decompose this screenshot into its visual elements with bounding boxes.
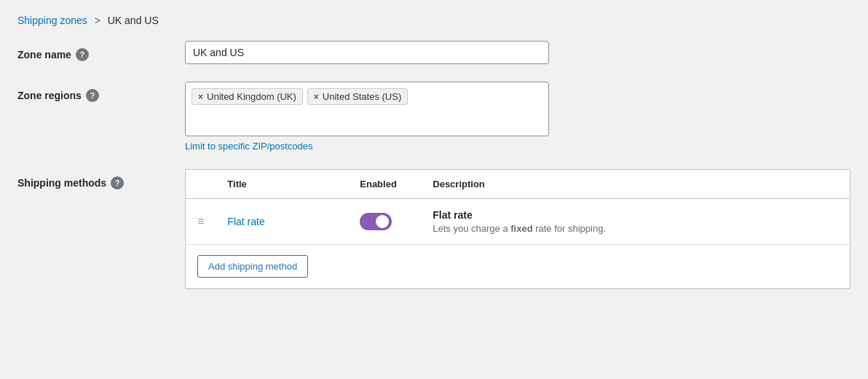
shipping-zones-link[interactable]: Shipping zones (17, 15, 87, 26)
shipping-methods-label: Shipping methods (17, 177, 106, 189)
method-title-link[interactable]: Flat rate (227, 216, 264, 227)
toggle-slider (360, 213, 392, 230)
region-remove-uk[interactable]: × (198, 93, 203, 101)
limit-postcodes-link[interactable]: Limit to specific ZIP/postcodes (185, 141, 851, 152)
col-drag-header (186, 170, 216, 199)
zone-name-label: Zone name (17, 49, 71, 60)
region-tag-uk: × United Kingdom (UK) (192, 88, 303, 105)
method-description-cell: Flat rate Lets you charge a fixed rate f… (421, 199, 850, 245)
drag-handle-cell: ≡ (186, 199, 216, 245)
zone-regions-box[interactable]: × United Kingdom (UK) × United States (U… (185, 82, 549, 136)
add-shipping-method-button[interactable]: Add shipping method (197, 255, 308, 278)
shipping-methods-help-icon[interactable]: ? (111, 176, 124, 190)
drag-icon[interactable]: ≡ (197, 215, 204, 227)
zone-regions-label-cell: Zone regions ? (17, 82, 185, 102)
zone-name-label-cell: Zone name ? (17, 41, 185, 61)
region-remove-us[interactable]: × (314, 93, 319, 101)
col-title-header: Title (216, 170, 348, 199)
methods-table-body: ≡ Flat rate (186, 199, 850, 289)
methods-table: Title Enabled Description ≡ Flat rate (186, 170, 850, 289)
zone-name-content (185, 41, 851, 64)
zone-name-row: Zone name ? (17, 41, 851, 64)
desc-highlight-fixed: fixed (510, 223, 532, 234)
col-description-header: Description (421, 170, 850, 199)
shipping-methods-label-cell: Shipping methods ? (17, 169, 185, 190)
zone-regions-content: × United Kingdom (UK) × United States (U… (185, 82, 851, 152)
method-enabled-toggle[interactable] (360, 213, 392, 230)
method-title-cell: Flat rate (216, 199, 348, 245)
shipping-methods-content: Title Enabled Description ≡ Flat rate (185, 169, 851, 289)
zone-regions-label: Zone regions (17, 90, 82, 101)
col-enabled-header: Enabled (348, 170, 421, 199)
table-row: ≡ Flat rate (186, 199, 850, 245)
breadcrumb-separator: > (95, 15, 100, 26)
breadcrumb: Shipping zones > UK and US (17, 15, 851, 26)
zone-name-input[interactable] (185, 41, 549, 64)
methods-table-head: Title Enabled Description (186, 170, 850, 199)
method-desc-title: Flat rate (433, 209, 838, 221)
method-enabled-cell (348, 199, 421, 245)
region-label-uk: United Kingdom (UK) (207, 91, 296, 102)
toggle-wrapper (360, 213, 392, 230)
region-label-us: United States (US) (323, 91, 401, 102)
shipping-methods-wrapper: Title Enabled Description ≡ Flat rate (185, 169, 851, 289)
add-method-cell: Add shipping method (186, 245, 850, 289)
zone-name-help-icon[interactable]: ? (76, 48, 89, 61)
shipping-methods-row: Shipping methods ? Title Enabled Descrip… (17, 169, 851, 289)
region-tag-us: × United States (US) (307, 88, 408, 105)
zone-regions-help-icon[interactable]: ? (86, 89, 99, 102)
zone-regions-row: Zone regions ? × United Kingdom (UK) × U… (17, 82, 851, 152)
desc-for: for (554, 223, 565, 234)
method-desc-text: Lets you charge a fixed rate for shippin… (433, 223, 606, 234)
add-method-row: Add shipping method (186, 245, 850, 289)
methods-table-header-row: Title Enabled Description (186, 170, 850, 199)
breadcrumb-current: UK and US (108, 15, 159, 26)
